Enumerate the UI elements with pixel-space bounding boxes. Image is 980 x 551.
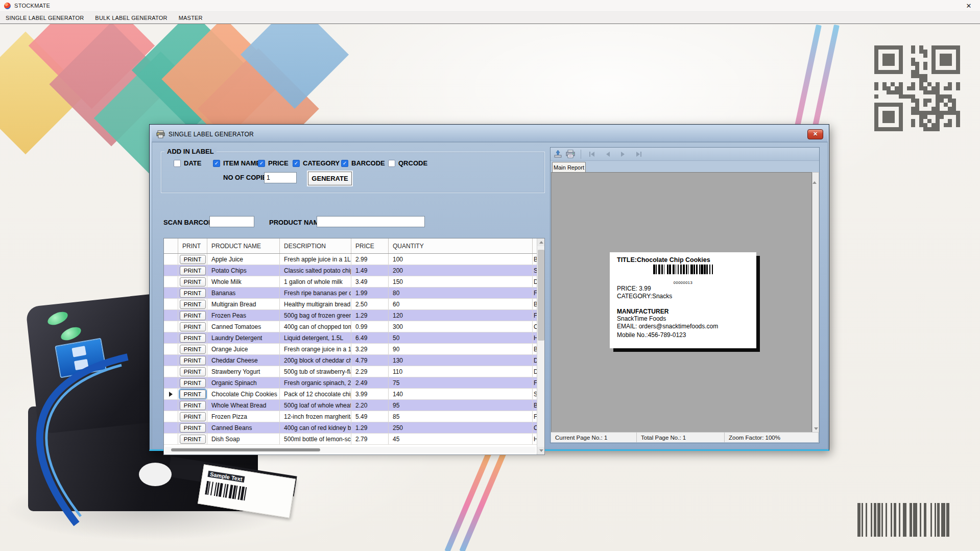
menu-item[interactable]: SINGLE LABEL GENERATOR — [0, 15, 89, 21]
print-button[interactable]: PRINT — [180, 367, 206, 376]
row-product-name: Apple Juice — [207, 254, 280, 265]
scroll-up-icon[interactable] — [537, 238, 545, 246]
print-button[interactable]: PRINT — [180, 322, 206, 331]
header-print[interactable]: PRINT — [178, 238, 207, 253]
desktop-background: Sample Text SINGLE LABEL GENERATOR ✕ ADD… — [0, 23, 980, 551]
row-print-cell: PRINT — [178, 434, 207, 444]
header-price[interactable]: PRICE — [351, 238, 389, 253]
generate-button[interactable]: GENERATE — [308, 172, 352, 185]
table-row[interactable]: PRINT Organic Spinach Fresh organic spin… — [164, 377, 537, 389]
print-button[interactable]: PRINT — [180, 277, 206, 286]
table-row[interactable]: PRINT Canned Tomatoes 400g can of choppe… — [164, 321, 537, 332]
table-row[interactable]: PRINT Orange Juice Fresh orange juice in… — [164, 344, 537, 355]
table-row[interactable]: PRINT Apple Juice Fresh apple juice in a… — [164, 254, 537, 265]
checkbox[interactable]: ✓ PRICE — [258, 159, 289, 167]
scroll-down-icon[interactable] — [537, 447, 545, 454]
print-button[interactable]: PRINT — [180, 333, 206, 343]
scroll-down-icon[interactable] — [814, 427, 818, 430]
export-report-icon[interactable] — [554, 150, 563, 158]
table-header-row: PRINT PRODUCT NAME DESCRIPTION PRICE QUA… — [164, 238, 537, 254]
print-button[interactable]: PRINT — [180, 378, 206, 388]
scroll-up-icon[interactable] — [812, 173, 817, 184]
checkbox[interactable]: ✓ ITEM NAME — [213, 159, 260, 167]
table-row[interactable]: PRINT Potato Chips Classic salted potato… — [164, 265, 537, 276]
main-report-tab[interactable]: Main Report — [552, 162, 586, 172]
row-selector-cell — [164, 332, 178, 343]
row-description: 400g can of red kidney beans — [280, 422, 351, 433]
row-description: 200g block of cheddar cheese — [280, 355, 351, 366]
print-button[interactable]: PRINT — [180, 435, 206, 444]
print-button[interactable]: PRINT — [180, 300, 206, 309]
row-quantity: 150 — [389, 276, 533, 287]
menu-item[interactable]: BULK LABEL GENERATOR — [89, 15, 173, 21]
table-row[interactable]: PRINT Whole Wheat Bread 500g loaf of who… — [164, 400, 537, 411]
print-button[interactable]: PRINT — [180, 255, 206, 264]
checkbox[interactable]: ✓ CATEGORY — [293, 159, 340, 167]
header-quantity[interactable]: QUANTITY — [389, 238, 533, 253]
scrollbar-thumb[interactable] — [171, 448, 320, 451]
table-row[interactable]: PRINT Multigrain Bread Healthy multigrai… — [164, 299, 537, 310]
add-in-label-groupbox: ADD IN LABEL NO OF COPIES GENERATE DATE … — [161, 152, 545, 193]
row-product-name: Multigrain Bread — [207, 299, 280, 309]
row-quantity: 300 — [389, 321, 533, 332]
table-row[interactable]: PRINT Whole Milk 1 gallon of whole milk … — [164, 276, 537, 288]
print-button[interactable]: PRINT — [180, 356, 206, 365]
table-row[interactable]: PRINT Chocolate Chip Cookies Pack of 12 … — [164, 389, 537, 400]
table-row[interactable]: PRINT Dish Soap 500ml bottle of lemon-sc… — [164, 434, 537, 445]
checkbox[interactable]: DATE — [174, 159, 201, 167]
row-quantity: 120 — [389, 310, 533, 321]
sample-label-barcode — [205, 481, 274, 505]
qr-finder — [874, 103, 903, 131]
nav-first-page-button[interactable] — [586, 150, 599, 159]
checkbox[interactable]: QRCODE — [388, 159, 427, 167]
table-row[interactable]: PRINT Canned Beans 400g can of red kidne… — [164, 422, 537, 434]
row-selector-cell — [164, 411, 178, 422]
header-description[interactable]: DESCRIPTION — [280, 238, 351, 253]
dialog-close-button[interactable]: ✕ — [807, 129, 823, 139]
report-vertical-scrollbar[interactable] — [812, 172, 819, 433]
table-row[interactable]: PRINT Frozen Pizza 12-inch frozen marghe… — [164, 411, 537, 422]
checkbox[interactable]: ✓ BARCODE — [341, 159, 385, 167]
print-button[interactable]: PRINT — [180, 423, 206, 433]
print-button[interactable]: PRINT — [180, 412, 206, 421]
print-button[interactable]: PRINT — [180, 266, 206, 275]
row-product-name: Potato Chips — [207, 265, 280, 276]
nav-last-page-button[interactable] — [632, 150, 644, 159]
label-manufacturer: SnackTime Foods — [617, 315, 749, 323]
header-product-name[interactable]: PRODUCT NAME — [207, 238, 280, 253]
table-vertical-scrollbar[interactable] — [537, 238, 544, 454]
table-row[interactable]: PRINT Bananas Fresh ripe bananas per doz… — [164, 288, 537, 299]
menu-item[interactable]: MASTER — [173, 15, 208, 21]
row-product-name: Canned Beans — [207, 422, 280, 433]
product-name-input[interactable] — [317, 216, 425, 227]
dialog-title-bar[interactable]: SINGLE LABEL GENERATOR ✕ — [152, 127, 828, 142]
print-button[interactable]: PRINT — [180, 401, 206, 410]
printer-swoosh — [0, 348, 174, 532]
table-row[interactable]: PRINT Frozen Peas 500g bag of frozen gre… — [164, 310, 537, 321]
table-row[interactable]: PRINT Cheddar Cheese 200g block of chedd… — [164, 355, 537, 366]
row-print-cell: PRINT — [178, 377, 207, 388]
row-description: Pack of 12 chocolate chip coo... — [280, 389, 351, 399]
selected-row-arrow — [169, 392, 173, 397]
print-report-icon[interactable] — [566, 150, 576, 158]
nav-previous-page-button[interactable] — [602, 150, 614, 159]
row-product-name: Bananas — [207, 288, 280, 298]
row-description: Fresh orange juice in a 1L bottle — [280, 344, 351, 354]
sample-label-text: Sample Text — [207, 471, 245, 483]
nav-next-page-button[interactable] — [617, 150, 629, 159]
table-horizontal-scrollbar[interactable] — [165, 447, 536, 453]
table-row[interactable]: PRINT Laundry Detergent Liquid detergent… — [164, 332, 537, 344]
table-row[interactable]: PRINT Strawberry Yogurt 500g tub of stra… — [164, 366, 537, 377]
scrollbar-thumb[interactable] — [538, 250, 544, 341]
qr-finder — [931, 45, 960, 74]
scan-barcode-input[interactable] — [209, 216, 254, 227]
print-button[interactable]: PRINT — [180, 345, 206, 354]
print-button[interactable]: PRINT — [180, 390, 206, 399]
window-close-button[interactable]: ✕ — [962, 2, 976, 10]
print-button[interactable]: PRINT — [180, 289, 206, 298]
window-title-bar: STOCKMATE ✕ — [0, 0, 980, 12]
no-of-copies-input[interactable] — [264, 172, 297, 183]
row-quantity: 50 — [389, 332, 533, 343]
print-button[interactable]: PRINT — [180, 311, 206, 320]
row-description: 12-inch frozen margherita pizza — [280, 411, 351, 422]
